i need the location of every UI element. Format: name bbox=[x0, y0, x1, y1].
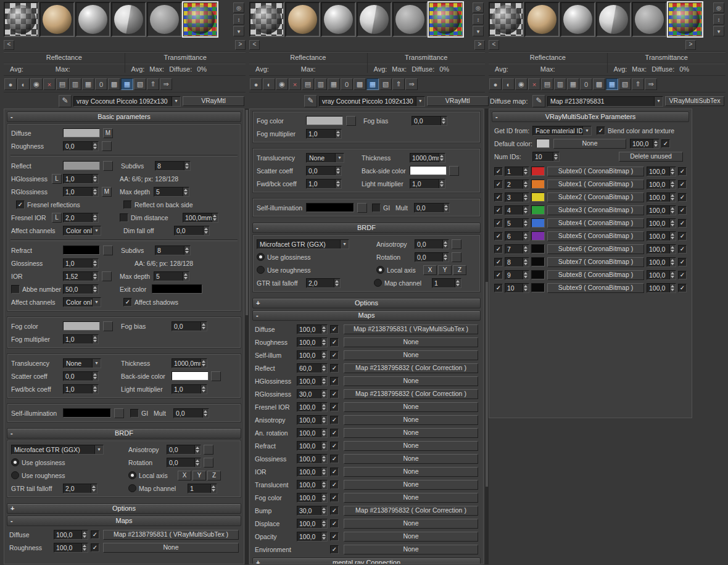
checkbox-box[interactable]: ✓ bbox=[494, 245, 503, 254]
spinner-arrows[interactable] bbox=[523, 271, 529, 279]
checkbox[interactable]: ✓ bbox=[330, 364, 339, 373]
spinner-down-icon[interactable] bbox=[670, 223, 676, 228]
show-map-in-viewport-icon[interactable]: ▦ bbox=[121, 78, 133, 90]
spinner-down-icon[interactable] bbox=[523, 171, 529, 176]
spinner[interactable]: 1,0 bbox=[63, 174, 99, 184]
scrollbar-thumb[interactable] bbox=[246, 110, 248, 315]
spinner-up-icon[interactable] bbox=[93, 335, 98, 339]
checkbox-box[interactable]: ✓ bbox=[330, 351, 339, 360]
make-material-copy-icon[interactable]: ▤ bbox=[541, 78, 553, 90]
spinner-arrows[interactable] bbox=[669, 271, 676, 279]
checkbox[interactable]: Reflect on back side bbox=[123, 200, 217, 209]
checkbox[interactable]: ✓ bbox=[330, 403, 339, 411]
spinner-down-icon[interactable] bbox=[321, 342, 327, 347]
go-to-parent-icon[interactable]: ⇑ bbox=[147, 78, 159, 90]
spinner[interactable]: 8 bbox=[155, 161, 191, 171]
checkbox-box[interactable]: ✓ bbox=[494, 206, 503, 215]
checkbox[interactable]: GI bbox=[372, 204, 393, 212]
spinner-up-icon[interactable] bbox=[670, 180, 676, 184]
spinner-arrows[interactable] bbox=[334, 279, 340, 287]
spinner-down-icon[interactable] bbox=[321, 485, 327, 489]
spinner-up-icon[interactable] bbox=[93, 259, 98, 263]
spinner-down-icon[interactable] bbox=[93, 376, 98, 381]
spinner-down-icon[interactable] bbox=[439, 158, 445, 162]
spinner[interactable]: 8 bbox=[505, 257, 529, 267]
put-to-library-icon[interactable]: ▦ bbox=[82, 78, 94, 90]
spinner[interactable]: 3 bbox=[505, 192, 529, 202]
spinner-arrows[interactable] bbox=[669, 193, 676, 202]
spinner[interactable]: 100,0 bbox=[297, 493, 328, 503]
spinner[interactable]: 100,0 bbox=[297, 467, 328, 477]
spinner-up-icon[interactable] bbox=[184, 246, 190, 250]
spinner-arrows[interactable] bbox=[669, 180, 676, 189]
spinner[interactable]: 9 bbox=[505, 270, 529, 280]
spinner-down-icon[interactable] bbox=[321, 498, 327, 502]
spinner-up-icon[interactable] bbox=[321, 493, 327, 498]
spinner-down-icon[interactable] bbox=[455, 283, 461, 287]
spinner-arrows[interactable] bbox=[321, 364, 327, 373]
material-type-button[interactable]: VRayMtl bbox=[427, 96, 489, 106]
spinner-up-icon[interactable] bbox=[670, 271, 676, 275]
checkbox[interactable]: ✓ bbox=[678, 193, 687, 202]
spinner-down-icon[interactable] bbox=[93, 339, 98, 344]
spinner[interactable]: 5 bbox=[154, 187, 189, 197]
spinner-up-icon[interactable] bbox=[334, 279, 340, 283]
spinner-arrows[interactable] bbox=[321, 338, 327, 347]
spinner[interactable]: 100,0 bbox=[297, 415, 328, 425]
put-material-to-scene-icon[interactable]: ◐ bbox=[17, 78, 30, 90]
spinner-down-icon[interactable] bbox=[91, 489, 97, 493]
sample-slot-glossy[interactable] bbox=[75, 2, 110, 37]
checkbox[interactable]: ✓ bbox=[494, 219, 503, 228]
spinner-arrows[interactable] bbox=[653, 139, 659, 148]
checkbox[interactable]: ✓ bbox=[330, 506, 339, 515]
get-material-icon[interactable]: ● bbox=[4, 78, 17, 90]
spinner-up-icon[interactable] bbox=[93, 142, 98, 146]
spinner[interactable]: 0,0 bbox=[167, 445, 201, 455]
map-type-button[interactable]: VRayMultiSubTex bbox=[665, 96, 724, 106]
small-button-x[interactable]: X bbox=[423, 265, 437, 275]
spinner-down-icon[interactable] bbox=[321, 329, 327, 334]
spinner-up-icon[interactable] bbox=[670, 206, 676, 210]
spinner-down-icon[interactable] bbox=[321, 394, 327, 398]
spinner-up-icon[interactable] bbox=[321, 442, 327, 446]
spinner[interactable]: 100,0 bbox=[647, 244, 676, 254]
spinner-arrows[interactable] bbox=[443, 204, 449, 212]
spinner-arrows[interactable] bbox=[321, 390, 327, 398]
sample-slot-twotone[interactable] bbox=[111, 2, 146, 37]
spinner-up-icon[interactable] bbox=[523, 167, 529, 171]
spinner-down-icon[interactable] bbox=[82, 535, 88, 539]
spinner-down-icon[interactable] bbox=[321, 355, 327, 360]
map-button[interactable]: Subtex4 ( CoronaBitmap ) bbox=[547, 218, 644, 228]
small-button-l[interactable]: L bbox=[52, 213, 62, 223]
checkbox[interactable]: ✓ bbox=[494, 193, 503, 202]
map-button[interactable]: Subtex3 ( CoronaBitmap ) bbox=[547, 205, 644, 215]
spinner-down-icon[interactable] bbox=[321, 381, 327, 386]
checkbox[interactable]: ✓ bbox=[494, 271, 503, 279]
checkbox-box[interactable] bbox=[11, 285, 20, 294]
spinner[interactable]: 0,0 bbox=[173, 408, 209, 418]
spinner[interactable]: 100,0mm bbox=[183, 213, 218, 223]
spinner-arrows[interactable] bbox=[335, 179, 341, 188]
spinner-arrows[interactable] bbox=[523, 180, 529, 189]
dropdown-arrow-icon[interactable]: ▾ bbox=[340, 240, 349, 249]
material-name-dropdown[interactable]: vray Coconut Piccolo 1092x130 ▾ bbox=[73, 96, 181, 107]
spinner-arrows[interactable] bbox=[194, 445, 201, 454]
checkbox-box[interactable]: ✓ bbox=[494, 232, 503, 241]
checkbox-box[interactable]: ✓ bbox=[494, 167, 503, 176]
spinner-up-icon[interactable] bbox=[321, 506, 327, 511]
checkbox-box[interactable]: ✓ bbox=[494, 271, 503, 279]
rollout-header[interactable]: -BRDF bbox=[252, 223, 481, 233]
spinner-down-icon[interactable] bbox=[93, 276, 98, 281]
checkbox-box[interactable]: ✓ bbox=[330, 545, 339, 554]
material-name-dropdown[interactable]: vray Coconut Piccolo 1092x130 ▾ bbox=[319, 96, 425, 107]
dropdown-arrow-icon[interactable]: ▾ bbox=[92, 359, 101, 368]
rollout-header[interactable]: +Options bbox=[252, 298, 481, 308]
spinner-arrows[interactable] bbox=[455, 279, 461, 287]
spinner-arrows[interactable] bbox=[669, 219, 676, 228]
spinner-down-icon[interactable] bbox=[523, 275, 529, 279]
checkbox-box[interactable] bbox=[120, 213, 128, 222]
rollout-header[interactable]: -Maps bbox=[252, 310, 481, 321]
spinner-up-icon[interactable] bbox=[523, 245, 529, 249]
spinner-arrows[interactable] bbox=[321, 468, 327, 476]
rollout-header[interactable]: -Basic parameters bbox=[7, 112, 241, 122]
